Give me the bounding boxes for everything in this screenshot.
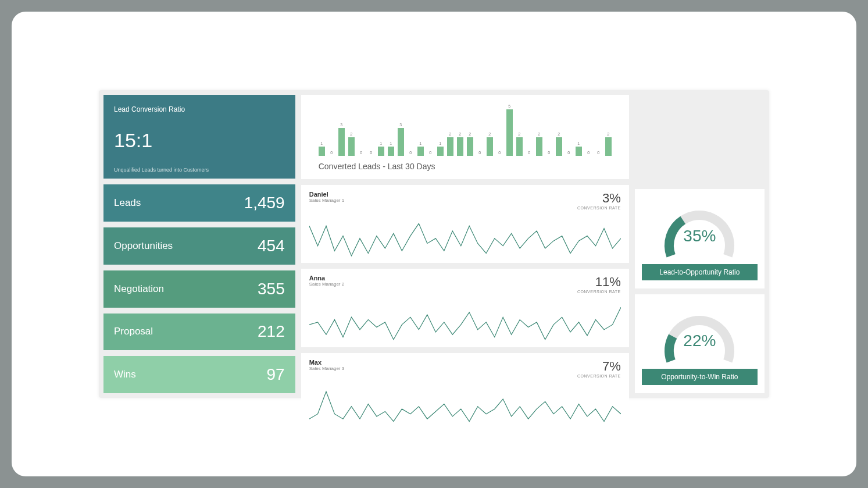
bar-item: 1 — [388, 141, 394, 156]
bar-item: 0 — [368, 151, 374, 156]
lead-conversion-ratio-card: Lead Conversion Ratio 15:1 Unqualified L… — [103, 95, 295, 179]
funnel-label: Wins — [114, 369, 136, 380]
funnel-label: Proposal — [114, 326, 153, 337]
manager-role: Sales Manager 3 — [309, 366, 344, 371]
bar-item: 0 — [328, 151, 335, 156]
bar-item: 0 — [595, 151, 602, 156]
bar-item: 2 — [487, 132, 493, 156]
bar-item: 0 — [566, 151, 572, 156]
page-card: Lead Conversion Ratio 15:1 Unqualified L… — [12, 12, 856, 476]
manager-role: Sales Manager 2 — [309, 282, 344, 287]
bar-item: 1 — [417, 141, 424, 156]
bar-item: 0 — [526, 151, 533, 156]
bar-item: 2 — [536, 132, 542, 156]
bar-item: 0 — [546, 151, 552, 156]
converted-leads-bar-chart: 103200113010122202052020201002 Converted… — [301, 95, 629, 179]
funnel-value: 454 — [258, 237, 285, 255]
manager-rate-label: CONVERSION RATE — [577, 206, 621, 210]
funnel-label: Opportunities — [114, 240, 173, 252]
bars-title: Converted Leads - Last 30 Days — [319, 162, 612, 171]
funnel-value: 1,459 — [244, 194, 285, 212]
bar-item: 3 — [338, 123, 345, 156]
funnel-negotiation[interactable]: Negotiation 355 — [103, 270, 295, 308]
bar-item: 2 — [605, 132, 612, 156]
bar-item: 2 — [447, 132, 453, 156]
manager-role: Sales Manager 1 — [309, 198, 344, 203]
manager-rate-label: CONVERSION RATE — [577, 374, 621, 378]
funnel-proposal[interactable]: Proposal 212 — [103, 314, 295, 351]
bar-item: 2 — [348, 132, 355, 156]
funnel-value: 355 — [258, 280, 285, 298]
bar-item: 2 — [516, 132, 523, 156]
bar-item: 0 — [585, 151, 592, 156]
funnel-opportunities[interactable]: Opportunities 454 — [103, 227, 295, 265]
bar-item: 0 — [427, 151, 434, 156]
manager-name: Daniel — [309, 191, 344, 198]
gauge-label: Lead-to-Opportunity Ratio — [642, 264, 758, 280]
ratio-subtitle: Unqualified Leads turned into Customers — [114, 167, 285, 173]
manager-card-daniel: Daniel Sales Manager 1 3% CONVERSION RAT… — [301, 185, 629, 263]
gauge-lead-to-opportunity: 35% Lead-to-Opportunity Ratio — [635, 189, 765, 288]
left-column: Lead Conversion Ratio 15:1 Unqualified L… — [103, 95, 295, 393]
bar-item: 3 — [398, 123, 404, 156]
right-column: 35% Lead-to-Opportunity Ratio 22% Opport… — [635, 95, 765, 393]
bar-item: 2 — [457, 132, 463, 156]
bar-item: 1 — [378, 141, 384, 156]
sparkline-max — [309, 379, 621, 429]
gauge-opportunity-to-win: 22% Opportunity-to-Win Ratio — [635, 294, 765, 394]
bar-item: 1 — [437, 141, 444, 156]
bar-item: 0 — [477, 151, 483, 156]
manager-card-anna: Anna Sales Manager 2 11% CONVERSION RATE — [301, 269, 629, 347]
ratio-value: 15:1 — [114, 129, 285, 152]
middle-column: 103200113010122202052020201002 Converted… — [301, 95, 629, 393]
bar-item: 2 — [467, 132, 473, 156]
manager-pct: 7% — [577, 359, 621, 374]
bar-item: 0 — [408, 151, 414, 156]
sparkline-anna — [309, 295, 621, 344]
manager-name: Anna — [309, 275, 344, 282]
manager-pct: 3% — [577, 191, 621, 206]
manager-card-max: Max Sales Manager 3 7% CONVERSION RATE — [301, 353, 629, 431]
funnel-leads[interactable]: Leads 1,459 — [103, 184, 295, 222]
sparkline-daniel — [309, 211, 621, 261]
ratio-title: Lead Conversion Ratio — [114, 105, 285, 113]
funnel-label: Negotiation — [114, 283, 164, 295]
bar-item: 2 — [556, 132, 562, 156]
gauge-label: Opportunity-to-Win Ratio — [642, 369, 758, 385]
funnel-label: Leads — [114, 197, 141, 209]
funnel-value: 212 — [258, 322, 285, 341]
dashboard: Lead Conversion Ratio 15:1 Unqualified L… — [99, 90, 769, 398]
manager-pct: 11% — [577, 275, 621, 290]
bar-item: 0 — [496, 151, 503, 156]
manager-name: Max — [309, 359, 344, 366]
funnel-wins[interactable]: Wins 97 — [103, 356, 295, 393]
manager-rate-label: CONVERSION RATE — [577, 290, 621, 294]
gauge-pct: 22% — [683, 332, 716, 350]
bar-item: 1 — [576, 141, 582, 156]
bar-item: 5 — [506, 104, 513, 156]
spacer — [635, 95, 765, 183]
funnel-value: 97 — [267, 365, 285, 384]
bar-item: 1 — [319, 141, 325, 156]
bar-item: 0 — [358, 151, 365, 156]
gauge-pct: 35% — [683, 227, 716, 245]
